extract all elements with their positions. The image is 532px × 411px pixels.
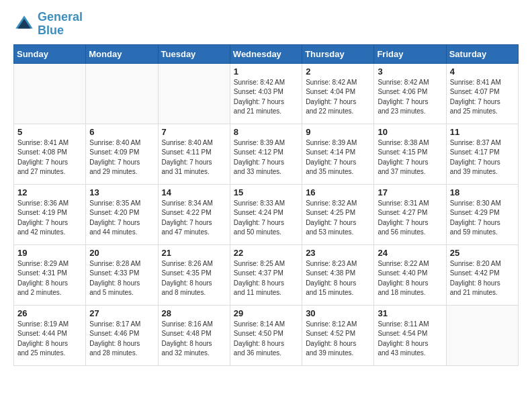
day-cell [86, 63, 158, 124]
logo-text: General Blue [38, 11, 83, 38]
day-number: 14 [162, 187, 226, 197]
day-info: Sunrise: 8:14 AMSunset: 4:50 PMDaylight:… [234, 320, 298, 359]
day-cell: 23Sunrise: 8:23 AMSunset: 4:38 PMDayligh… [302, 244, 374, 305]
day-info: Sunrise: 8:41 AMSunset: 4:07 PMDaylight:… [450, 78, 515, 117]
day-info: Sunrise: 8:23 AMSunset: 4:38 PMDaylight:… [306, 259, 370, 298]
day-cell: 26Sunrise: 8:19 AMSunset: 4:44 PMDayligh… [14, 305, 86, 365]
day-cell: 1Sunrise: 8:42 AMSunset: 4:03 PMDaylight… [230, 63, 302, 124]
day-cell: 28Sunrise: 8:16 AMSunset: 4:48 PMDayligh… [158, 305, 230, 365]
day-info: Sunrise: 8:17 AMSunset: 4:46 PMDaylight:… [89, 320, 154, 359]
week-row-2: 12Sunrise: 8:36 AMSunset: 4:19 PMDayligh… [14, 184, 519, 244]
day-number: 16 [306, 187, 370, 197]
day-number: 4 [450, 66, 515, 77]
weekday-header-monday: Monday [86, 44, 158, 63]
day-cell: 18Sunrise: 8:30 AMSunset: 4:29 PMDayligh… [446, 184, 518, 244]
day-number: 5 [17, 127, 82, 137]
day-info: Sunrise: 8:34 AMSunset: 4:22 PMDaylight:… [162, 199, 226, 238]
week-row-3: 19Sunrise: 8:29 AMSunset: 4:31 PMDayligh… [14, 244, 519, 305]
day-number: 20 [89, 248, 154, 258]
day-info: Sunrise: 8:11 AMSunset: 4:54 PMDaylight:… [378, 320, 442, 359]
day-number: 22 [234, 248, 298, 258]
day-cell: 7Sunrise: 8:40 AMSunset: 4:11 PMDaylight… [158, 124, 230, 184]
weekday-header-row: SundayMondayTuesdayWednesdayThursdayFrid… [14, 44, 519, 63]
day-cell [158, 63, 230, 124]
day-info: Sunrise: 8:42 AMSunset: 4:06 PMDaylight:… [378, 78, 442, 117]
day-cell: 6Sunrise: 8:40 AMSunset: 4:09 PMDaylight… [86, 124, 158, 184]
day-info: Sunrise: 8:41 AMSunset: 4:08 PMDaylight:… [17, 138, 82, 177]
day-info: Sunrise: 8:40 AMSunset: 4:09 PMDaylight:… [89, 138, 154, 177]
day-cell: 8Sunrise: 8:39 AMSunset: 4:12 PMDaylight… [230, 124, 302, 184]
day-cell: 24Sunrise: 8:22 AMSunset: 4:40 PMDayligh… [374, 244, 446, 305]
day-cell: 2Sunrise: 8:42 AMSunset: 4:04 PMDaylight… [302, 63, 374, 124]
day-number: 21 [162, 248, 226, 258]
day-info: Sunrise: 8:30 AMSunset: 4:29 PMDaylight:… [450, 199, 515, 238]
day-info: Sunrise: 8:25 AMSunset: 4:37 PMDaylight:… [234, 259, 298, 298]
day-info: Sunrise: 8:12 AMSunset: 4:52 PMDaylight:… [306, 320, 370, 359]
day-info: Sunrise: 8:19 AMSunset: 4:44 PMDaylight:… [17, 320, 82, 359]
day-number: 24 [378, 248, 442, 258]
day-number: 28 [162, 308, 226, 318]
day-cell: 17Sunrise: 8:31 AMSunset: 4:27 PMDayligh… [374, 184, 446, 244]
weekday-header-friday: Friday [374, 44, 446, 63]
day-number: 31 [378, 308, 442, 318]
day-number: 2 [306, 66, 370, 77]
day-number: 1 [234, 66, 298, 77]
day-info: Sunrise: 8:42 AMSunset: 4:04 PMDaylight:… [306, 78, 370, 117]
day-cell [14, 63, 86, 124]
day-cell: 27Sunrise: 8:17 AMSunset: 4:46 PMDayligh… [86, 305, 158, 365]
weekday-header-sunday: Sunday [14, 44, 86, 63]
page: General Blue SundayMondayTuesdayWednesda… [0, 0, 532, 379]
day-cell: 25Sunrise: 8:20 AMSunset: 4:42 PMDayligh… [446, 244, 518, 305]
week-row-1: 5Sunrise: 8:41 AMSunset: 4:08 PMDaylight… [14, 124, 519, 184]
day-info: Sunrise: 8:32 AMSunset: 4:25 PMDaylight:… [306, 199, 370, 238]
day-cell [446, 305, 518, 365]
day-number: 11 [450, 127, 515, 137]
day-number: 12 [17, 187, 82, 197]
day-info: Sunrise: 8:28 AMSunset: 4:33 PMDaylight:… [89, 259, 154, 298]
day-cell: 20Sunrise: 8:28 AMSunset: 4:33 PMDayligh… [86, 244, 158, 305]
day-cell: 5Sunrise: 8:41 AMSunset: 4:08 PMDaylight… [14, 124, 86, 184]
day-info: Sunrise: 8:36 AMSunset: 4:19 PMDaylight:… [17, 199, 82, 238]
day-info: Sunrise: 8:16 AMSunset: 4:48 PMDaylight:… [162, 320, 226, 359]
week-row-0: 1Sunrise: 8:42 AMSunset: 4:03 PMDaylight… [14, 63, 519, 124]
day-cell: 4Sunrise: 8:41 AMSunset: 4:07 PMDaylight… [446, 63, 518, 124]
day-number: 27 [89, 308, 154, 318]
day-cell: 29Sunrise: 8:14 AMSunset: 4:50 PMDayligh… [230, 305, 302, 365]
weekday-header-wednesday: Wednesday [230, 44, 302, 63]
day-info: Sunrise: 8:39 AMSunset: 4:12 PMDaylight:… [234, 138, 298, 177]
day-number: 30 [306, 308, 370, 318]
day-number: 15 [234, 187, 298, 197]
day-info: Sunrise: 8:31 AMSunset: 4:27 PMDaylight:… [378, 199, 442, 238]
day-number: 18 [450, 187, 515, 197]
logo-icon [13, 13, 35, 35]
day-info: Sunrise: 8:22 AMSunset: 4:40 PMDaylight:… [378, 259, 442, 298]
header: General Blue [13, 11, 519, 38]
day-info: Sunrise: 8:42 AMSunset: 4:03 PMDaylight:… [234, 78, 298, 117]
day-cell: 10Sunrise: 8:38 AMSunset: 4:15 PMDayligh… [374, 124, 446, 184]
day-info: Sunrise: 8:38 AMSunset: 4:15 PMDaylight:… [378, 138, 442, 177]
day-info: Sunrise: 8:29 AMSunset: 4:31 PMDaylight:… [17, 259, 82, 298]
day-cell: 21Sunrise: 8:26 AMSunset: 4:35 PMDayligh… [158, 244, 230, 305]
day-cell: 14Sunrise: 8:34 AMSunset: 4:22 PMDayligh… [158, 184, 230, 244]
day-number: 19 [17, 248, 82, 258]
day-info: Sunrise: 8:33 AMSunset: 4:24 PMDaylight:… [234, 199, 298, 238]
day-number: 3 [378, 66, 442, 77]
day-number: 23 [306, 248, 370, 258]
day-cell: 16Sunrise: 8:32 AMSunset: 4:25 PMDayligh… [302, 184, 374, 244]
day-cell: 19Sunrise: 8:29 AMSunset: 4:31 PMDayligh… [14, 244, 86, 305]
day-cell: 22Sunrise: 8:25 AMSunset: 4:37 PMDayligh… [230, 244, 302, 305]
day-number: 7 [162, 127, 226, 137]
day-number: 9 [306, 127, 370, 137]
day-cell: 11Sunrise: 8:37 AMSunset: 4:17 PMDayligh… [446, 124, 518, 184]
day-cell: 31Sunrise: 8:11 AMSunset: 4:54 PMDayligh… [374, 305, 446, 365]
day-cell: 12Sunrise: 8:36 AMSunset: 4:19 PMDayligh… [14, 184, 86, 244]
weekday-header-saturday: Saturday [446, 44, 518, 63]
day-number: 10 [378, 127, 442, 137]
day-number: 29 [234, 308, 298, 318]
day-number: 13 [89, 187, 154, 197]
day-cell: 15Sunrise: 8:33 AMSunset: 4:24 PMDayligh… [230, 184, 302, 244]
day-cell: 30Sunrise: 8:12 AMSunset: 4:52 PMDayligh… [302, 305, 374, 365]
day-info: Sunrise: 8:26 AMSunset: 4:35 PMDaylight:… [162, 259, 226, 298]
day-info: Sunrise: 8:39 AMSunset: 4:14 PMDaylight:… [306, 138, 370, 177]
day-cell: 9Sunrise: 8:39 AMSunset: 4:14 PMDaylight… [302, 124, 374, 184]
